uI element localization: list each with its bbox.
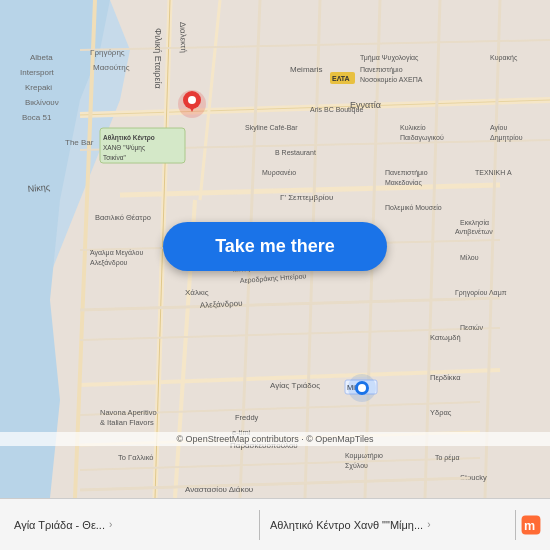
to-location-item[interactable]: Αθλητικό Κέντρο Χανθ ""Μίμη... › <box>264 515 511 535</box>
svg-text:Το ρέμα: Το ρέμα <box>435 454 460 462</box>
svg-text:Μασούτης: Μασούτης <box>93 63 130 72</box>
svg-text:Αντιβενέτων: Αντιβενέτων <box>455 228 493 236</box>
svg-text:Νίκης: Νίκης <box>27 182 51 194</box>
svg-text:Το Γαλλικό: Το Γαλλικό <box>118 453 153 462</box>
svg-text:Κυρακής: Κυρακής <box>490 54 518 62</box>
svg-text:Διαλεκτή: Διαλεκτή <box>178 22 188 53</box>
svg-text:Υδρας: Υδρας <box>430 408 452 417</box>
svg-text:Αγίου: Αγίου <box>490 124 507 132</box>
svg-text:& Italian Flavors: & Italian Flavors <box>100 418 154 427</box>
svg-text:ΕΛΤΑ: ΕΛΤΑ <box>332 75 350 82</box>
svg-text:Αγίας Τριάδος: Αγίας Τριάδος <box>270 381 320 390</box>
to-location-text: Αθλητικό Κέντρο Χανθ ""Μίμη... <box>270 519 423 531</box>
svg-text:ΧΑΝΘ "Ψύμης: ΧΑΝΘ "Ψύμης <box>103 144 145 152</box>
from-chevron-icon: › <box>109 519 112 530</box>
svg-text:Boca 51: Boca 51 <box>22 113 52 122</box>
svg-text:Κομμωτήριο: Κομμωτήριο <box>345 452 383 460</box>
svg-text:Άγαλμα Μεγάλου: Άγαλμα Μεγάλου <box>90 249 143 257</box>
svg-text:Τμήμα Ψυχολογίας: Τμήμα Ψυχολογίας <box>360 54 419 62</box>
svg-text:Φιλική Εταιρεία: Φιλική Εταιρεία <box>153 28 163 89</box>
svg-text:Αλεξάνδρου: Αλεξάνδρου <box>90 259 128 267</box>
moovit-m-icon: m <box>520 514 542 536</box>
svg-text:Skyline Café-Bar: Skyline Café-Bar <box>245 124 298 132</box>
svg-text:Freddy: Freddy <box>235 413 259 422</box>
map-attribution: © OpenStreetMap contributors · © OpenMap… <box>0 432 550 446</box>
svg-text:Πεσιών: Πεσιών <box>460 324 484 331</box>
svg-text:m: m <box>524 518 535 532</box>
svg-text:Aris BC Boutique: Aris BC Boutique <box>310 106 363 114</box>
svg-text:Meimaris: Meimaris <box>290 65 322 74</box>
svg-text:Πολεμικό Μουσείο: Πολεμικό Μουσείο <box>385 204 442 212</box>
svg-text:Πανεπιστήμιο: Πανεπιστήμιο <box>385 169 428 177</box>
svg-text:Γ' Σεπτεμβρίου: Γ' Σεπτεμβρίου <box>280 193 333 202</box>
moovit-logo: m <box>520 514 542 536</box>
svg-text:Γρηγόρης: Γρηγόρης <box>90 48 125 57</box>
svg-text:Πανεπιστήμιο: Πανεπιστήμιο <box>360 66 403 74</box>
map-container: Νίκης Φιλική Εταιρεία Διαλεκτή Εγνατία Γ… <box>0 0 550 498</box>
svg-point-97 <box>188 96 196 104</box>
svg-text:Εκκλησία: Εκκλησία <box>460 219 489 227</box>
svg-text:Κατωμδή: Κατωμδή <box>430 333 461 342</box>
svg-text:The Bar: The Bar <box>65 138 94 147</box>
svg-text:Κυλικείο: Κυλικείο <box>400 124 426 131</box>
svg-text:Αθλητικό Κέντρο: Αθλητικό Κέντρο <box>103 134 155 142</box>
svg-text:Χάλκις: Χάλκις <box>185 288 209 297</box>
from-location-text: Αγία Τριάδα - Θε... <box>14 519 105 531</box>
take-me-there-button[interactable]: Take me there <box>163 222 387 271</box>
svg-text:Navona Aperitivo: Navona Aperitivo <box>100 408 157 417</box>
bar-divider <box>259 510 260 540</box>
svg-text:Δημητρίου: Δημητρίου <box>490 134 523 142</box>
svg-text:B Restaurant: B Restaurant <box>275 149 316 156</box>
svg-text:ΤΕΧΝΙΚΗ Α: ΤΕΧΝΙΚΗ Α <box>475 169 512 176</box>
svg-text:Τσικίνα": Τσικίνα" <box>103 154 126 161</box>
svg-text:Albeta: Albeta <box>30 53 53 62</box>
bottom-navigation-bar: Αγία Τριάδα - Θε... › Αθλητικό Κέντρο Χα… <box>0 498 550 550</box>
app: Νίκης Φιλική Εταιρεία Διαλεκτή Εγνατία Γ… <box>0 0 550 550</box>
svg-text:Μίλου: Μίλου <box>460 254 479 261</box>
svg-text:Σχύλου: Σχύλου <box>345 462 368 470</box>
svg-text:Αναστασίου Διάκου: Αναστασίου Διάκου <box>185 485 253 494</box>
bar-divider-2 <box>515 510 516 540</box>
svg-text:Μυρσανέιο: Μυρσανέιο <box>262 169 296 177</box>
svg-text:Intersport: Intersport <box>20 68 55 77</box>
svg-text:Περδίκκα: Περδίκκα <box>430 373 461 382</box>
svg-text:Γρηγορίου Λαμπ: Γρηγορίου Λαμπ <box>455 289 507 297</box>
svg-text:Μακεδονίας: Μακεδονίας <box>385 179 422 187</box>
svg-text:Βασιλικό Θέατρο: Βασιλικό Θέατρο <box>95 213 151 222</box>
svg-text:Krepaki: Krepaki <box>25 83 52 92</box>
to-chevron-icon: › <box>427 519 430 530</box>
svg-text:Βικλίνουν: Βικλίνουν <box>25 98 59 107</box>
svg-point-100 <box>358 384 366 392</box>
svg-text:Νοσοκομείο ΑΧΕΠΑ: Νοσοκομείο ΑΧΕΠΑ <box>360 76 423 84</box>
from-location-item[interactable]: Αγία Τριάδα - Θε... › <box>8 515 255 535</box>
svg-text:Παιδαγωγικού: Παιδαγωγικού <box>400 134 444 142</box>
